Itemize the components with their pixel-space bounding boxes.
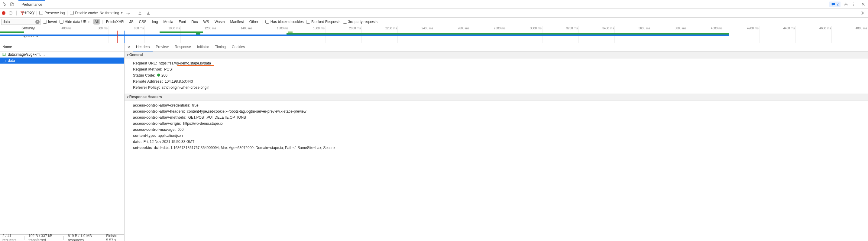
header-row: access-control-allow-methods:GET,POST,PU… <box>125 114 868 121</box>
export-har-icon[interactable] <box>145 10 152 16</box>
header-value: content-type,set-cookie,x-robots-tag,x-g… <box>187 109 306 113</box>
request-detail-panel: ✕ HeadersPreviewResponseInitiatorTimingC… <box>125 43 868 241</box>
type-filter-font[interactable]: Font <box>177 19 188 25</box>
header-row: Status Code:200 <box>125 72 868 78</box>
svg-point-2 <box>845 3 846 4</box>
network-settings-icon[interactable] <box>860 10 866 16</box>
timeline-overview[interactable]: 200 ms400 ms600 ms800 ms1000 ms1200 ms14… <box>0 26 868 43</box>
messages-badge[interactable]: 2 <box>829 1 840 7</box>
header-row: content-type:application/json <box>125 133 868 139</box>
settings-icon[interactable] <box>842 1 849 8</box>
header-value: 600 <box>178 128 183 132</box>
type-filter-img[interactable]: Img <box>150 19 160 25</box>
header-key: access-control-allow-headers: <box>133 109 185 113</box>
disable-cache-checkbox[interactable]: Disable cache <box>70 11 98 15</box>
request-row[interactable]: data <box>0 57 124 63</box>
section-response-headers[interactable]: Response Headers <box>125 93 868 101</box>
svg-point-9 <box>862 12 864 13</box>
messages-count: 2 <box>837 2 839 6</box>
search-icon[interactable] <box>28 10 34 16</box>
header-row: Referrer Policy:strict-origin-when-cross… <box>125 84 868 90</box>
third-party-checkbox[interactable]: 3rd-party requests <box>343 20 377 24</box>
filter-input[interactable] <box>1 19 40 25</box>
type-filter-all[interactable]: All <box>93 19 100 25</box>
status-dot-icon <box>157 74 160 77</box>
preserve-log-checkbox[interactable]: Preserve log <box>39 11 65 15</box>
device-toggle-icon[interactable] <box>8 1 16 8</box>
header-key: access-control-max-age: <box>133 128 176 132</box>
name-column-header[interactable]: Name <box>0 43 124 51</box>
header-value: strict-origin-when-cross-origin <box>162 85 209 90</box>
import-har-icon[interactable] <box>136 10 143 16</box>
header-row: access-control-allow-headers:content-typ… <box>125 108 868 114</box>
header-key: access-control-allow-credentials: <box>133 103 190 107</box>
svg-point-8 <box>128 14 129 15</box>
file-icon <box>2 58 6 63</box>
header-value: https://wp-demo.stape.io <box>183 122 223 126</box>
devtools-main-tabs: ElementsConsoleSourcesNetworkPerformance… <box>0 0 868 8</box>
header-value: 200 <box>157 73 167 78</box>
clear-filter-icon[interactable]: ✕ <box>35 20 39 24</box>
svg-point-5 <box>853 5 854 6</box>
header-row: access-control-allow-credentials:true <box>125 102 868 108</box>
type-filter-manifest[interactable]: Manifest <box>228 19 245 25</box>
inspect-icon[interactable] <box>1 1 8 8</box>
header-value: POST <box>164 67 174 72</box>
type-filter-wasm[interactable]: Wasm <box>213 19 227 25</box>
request-count: 2 / 41 requests <box>2 234 20 241</box>
hide-data-urls-checkbox[interactable]: Hide data URLs <box>60 20 90 24</box>
record-button[interactable] <box>2 11 5 15</box>
svg-point-7 <box>30 11 32 14</box>
header-key: Remote Address: <box>133 79 163 84</box>
type-filter-ws[interactable]: WS <box>202 19 211 25</box>
header-key: access-control-allow-origin: <box>133 122 181 126</box>
image-icon <box>2 52 6 57</box>
svg-point-3 <box>853 2 854 3</box>
header-key: Request URL: <box>133 61 157 65</box>
header-value: dcid=dcid.1.1636731861767.354909094; Max… <box>154 145 335 150</box>
header-value: 104.198.8.50:443 <box>165 79 193 84</box>
detail-tab-headers[interactable]: Headers <box>133 43 153 51</box>
type-filter-js[interactable]: JS <box>128 19 135 25</box>
header-row: Request Method:POST <box>125 66 868 72</box>
blocked-requests-checkbox[interactable]: Blocked Requests <box>306 20 341 24</box>
section-general[interactable]: General <box>125 51 868 58</box>
filter-icon[interactable] <box>19 10 26 16</box>
type-filter-other[interactable]: Other <box>248 19 260 25</box>
finish-time: Finish: 5.57 s <box>106 234 122 241</box>
network-toolbar: Preserve log Disable cache No throttling… <box>0 8 868 18</box>
header-key: set-cookie: <box>133 145 152 150</box>
tab-performance[interactable]: Performance <box>19 1 45 8</box>
detail-tab-cookies[interactable]: Cookies <box>229 43 248 51</box>
type-filter-media[interactable]: Media <box>161 19 175 25</box>
blocked-cookies-checkbox[interactable]: Has blocked cookies <box>266 20 304 24</box>
more-icon[interactable] <box>849 1 857 8</box>
header-row: Remote Address:104.198.8.50:443 <box>125 78 868 84</box>
network-conditions-icon[interactable] <box>125 10 131 16</box>
header-key: access-control-allow-methods: <box>133 115 186 119</box>
header-key: date: <box>133 140 142 144</box>
header-value: Fri, 12 Nov 2021 15:50:33 GMT <box>144 140 195 144</box>
type-filter-fetchxhr[interactable]: Fetch/XHR <box>104 19 126 25</box>
header-row: access-control-allow-origin:https://wp-d… <box>125 121 868 127</box>
header-key: Request Method: <box>133 67 162 72</box>
detail-tab-response[interactable]: Response <box>172 43 194 51</box>
transferred-size: 102 B / 337 kB transferred <box>28 234 59 241</box>
type-filter-doc[interactable]: Doc <box>189 19 199 25</box>
clear-icon[interactable] <box>7 10 14 16</box>
header-key: Status Code: <box>133 73 155 78</box>
type-filter-css[interactable]: CSS <box>137 19 148 25</box>
header-row: date:Fri, 12 Nov 2021 15:50:33 GMT <box>125 139 868 145</box>
close-devtools-icon[interactable] <box>860 1 867 8</box>
detail-tab-preview[interactable]: Preview <box>153 43 172 51</box>
request-row[interactable]: data:image/svg+xml,… <box>0 51 124 57</box>
header-key: Referrer Policy: <box>133 85 160 90</box>
detail-tab-timing[interactable]: Timing <box>212 43 229 51</box>
throttling-select[interactable]: No throttling▼ <box>100 11 123 15</box>
request-name: data:image/svg+xml,… <box>8 52 45 57</box>
close-detail-icon[interactable]: ✕ <box>126 45 132 49</box>
invert-checkbox[interactable]: Invert <box>43 20 57 24</box>
header-value: application/json <box>158 134 183 138</box>
header-value: true <box>192 103 198 107</box>
detail-tab-initiator[interactable]: Initiator <box>194 43 212 51</box>
